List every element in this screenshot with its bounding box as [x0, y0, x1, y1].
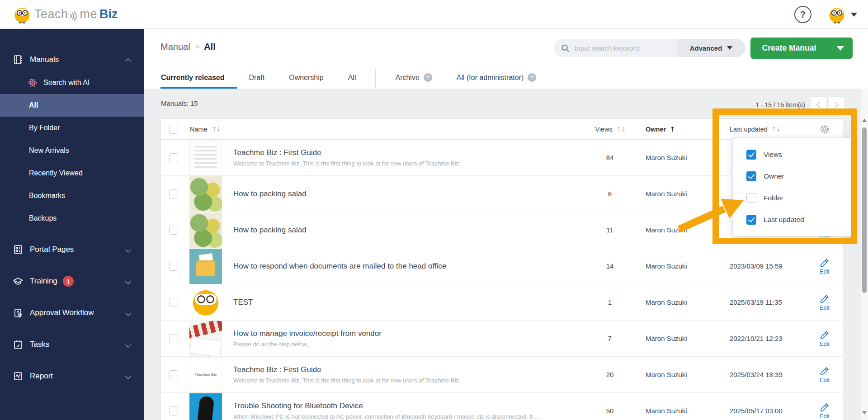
- sidebar-group-manuals[interactable]: Manuals: [0, 50, 144, 70]
- manual-title[interactable]: How to packing salad: [233, 226, 580, 235]
- sidebar-item-by-folder[interactable]: By Folder: [0, 117, 144, 139]
- column-header-owner[interactable]: Owner ↑: [639, 125, 716, 133]
- manual-title[interactable]: TEST: [233, 298, 580, 307]
- create-manual-button[interactable]: Create Manual: [750, 38, 853, 59]
- table-row: TEST 1 Maron Suzuki 2025/03/19 11:35 Edi…: [161, 284, 843, 321]
- manual-title[interactable]: Teachme Biz : First Guide: [233, 365, 580, 374]
- manual-description: Welcome to Teachme Biz. This is the firs…: [233, 377, 580, 384]
- manual-thumbnail[interactable]: [189, 212, 222, 248]
- sidebar-group-training[interactable]: Training 1: [0, 271, 144, 291]
- checkbox-views[interactable]: [746, 150, 756, 160]
- manual-thumbnail[interactable]: [189, 393, 222, 420]
- edit-label: Edit: [820, 305, 830, 311]
- advanced-search-button[interactable]: Advanced: [677, 39, 745, 57]
- row-checkbox[interactable]: [169, 226, 178, 235]
- menu-item-last-updated[interactable]: Last updated: [733, 209, 854, 231]
- sort-both-icon[interactable]: ↑↓: [212, 125, 220, 133]
- sidebar-item-all[interactable]: All: [0, 94, 144, 117]
- manual-description: Please do as the step below,: [233, 341, 580, 348]
- sidebar-group-label: Report: [30, 372, 126, 381]
- edit-button[interactable]: Edit: [807, 330, 843, 347]
- breadcrumb-parent[interactable]: Manual: [160, 42, 190, 52]
- edit-button[interactable]: Edit: [807, 402, 843, 420]
- sidebar-item-bookmarks[interactable]: Bookmarks: [0, 184, 144, 207]
- manual-title[interactable]: How to manage invoice/receipt from vendo…: [233, 329, 580, 338]
- help-circle-icon[interactable]: ?: [424, 73, 432, 82]
- column-header-views[interactable]: Views ↑↓: [580, 125, 639, 133]
- pagination-prev-button[interactable]: [811, 96, 827, 113]
- row-checkbox[interactable]: [169, 298, 178, 307]
- tab-currently-released[interactable]: Currently released: [160, 74, 237, 89]
- help-circle-icon[interactable]: ?: [528, 73, 536, 82]
- manual-title[interactable]: How to respond when documents are mailed…: [233, 262, 580, 271]
- sidebar-item-search-with-ai[interactable]: Search with AI: [0, 71, 144, 94]
- manual-thumbnail[interactable]: [189, 176, 222, 212]
- portal-grid-icon: [13, 244, 24, 255]
- manual-title[interactable]: Teachme Biz : First Guide: [233, 148, 580, 157]
- column-settings-button[interactable]: [807, 124, 843, 135]
- search-icon: [561, 44, 570, 52]
- menu-item-views[interactable]: Views: [733, 144, 854, 165]
- scroll-up-icon[interactable]: [862, 118, 867, 122]
- row-checkbox[interactable]: [169, 262, 178, 271]
- sidebar-item-backups[interactable]: Backups: [0, 207, 144, 230]
- column-header-name[interactable]: Name ↑↓: [186, 125, 580, 133]
- manual-thumbnail[interactable]: [189, 285, 222, 320]
- tab-draft[interactable]: Draft: [237, 74, 277, 89]
- tab-all[interactable]: All: [336, 74, 368, 89]
- sidebar-group-approval-workflow[interactable]: Approval Workflow: [0, 303, 144, 323]
- scroll-down-icon[interactable]: [862, 411, 867, 415]
- row-checkbox[interactable]: [169, 406, 178, 415]
- scrollbar-thumb[interactable]: [862, 127, 867, 293]
- sidebar-group-tasks[interactable]: Tasks: [0, 335, 144, 354]
- sidebar-group-label: Approval Workflow: [30, 308, 126, 317]
- app-window: Teach me Biz ?: [0, 0, 868, 420]
- views-value: 6: [580, 190, 639, 198]
- edit-button[interactable]: Edit: [807, 258, 843, 275]
- sidebar-group-report[interactable]: Report: [0, 366, 144, 386]
- top-bar: Teach me Biz ?: [0, 0, 868, 29]
- tab-archive[interactable]: Archive ?: [383, 73, 444, 89]
- edit-button[interactable]: Edit: [807, 366, 843, 383]
- menu-item-label: Owner: [764, 172, 784, 180]
- select-all-checkbox[interactable]: [169, 125, 178, 134]
- logo-text-biz: Biz: [99, 7, 118, 21]
- sidebar-group-portal-pages[interactable]: Portal Pages: [0, 240, 144, 260]
- sidebar-group-label: Manuals: [30, 55, 126, 64]
- menu-item-owner[interactable]: Owner: [733, 165, 854, 187]
- manual-thumbnail[interactable]: [189, 249, 222, 284]
- manual-thumbnail[interactable]: [189, 140, 222, 175]
- help-button[interactable]: ?: [794, 6, 811, 23]
- tab-ownership[interactable]: Ownership: [277, 74, 335, 89]
- row-checkbox[interactable]: [169, 334, 178, 343]
- sidebar: Manuals Search with AI All By Folder New: [0, 29, 144, 420]
- edit-button[interactable]: Edit: [807, 294, 843, 311]
- vertical-scrollbar[interactable]: [861, 89, 868, 420]
- checkbox-last-updated[interactable]: [746, 215, 756, 225]
- checkbox-folder[interactable]: [746, 193, 756, 203]
- edit-label: Edit: [820, 341, 830, 347]
- row-checkbox[interactable]: [169, 370, 178, 379]
- pagination-range: 1 - 15 / 15 item(s): [755, 101, 805, 109]
- pagination-next-button[interactable]: [828, 96, 844, 113]
- row-checkbox[interactable]: [169, 189, 178, 198]
- manual-thumbnail[interactable]: Teachme Biz: [189, 357, 222, 392]
- menu-item-folder[interactable]: Folder: [733, 187, 854, 209]
- create-manual-dropdown-toggle[interactable]: [828, 46, 853, 51]
- sidebar-item-recently-viewed[interactable]: Recently Viewed: [0, 162, 144, 184]
- sidebar-item-label: Bookmarks: [29, 192, 65, 200]
- sidebar-item-new-arrivals[interactable]: New Arrivals: [0, 139, 144, 162]
- manual-title[interactable]: How to packing salad: [233, 189, 580, 198]
- brand-logo[interactable]: Teach me Biz: [13, 5, 118, 24]
- account-menu-button[interactable]: [827, 5, 857, 24]
- manual-thumbnail[interactable]: [189, 321, 222, 356]
- column-header-last-updated[interactable]: Last updated ↑↓: [716, 125, 807, 133]
- menu-item-label: Last updated: [764, 216, 804, 224]
- last-updated-value: 2025/03/24 18:39: [716, 371, 807, 378]
- tab-all-for-administrator[interactable]: All (for administrator) ?: [444, 73, 548, 89]
- checkbox-owner[interactable]: [746, 171, 756, 181]
- manual-title[interactable]: Trouble Shooting for Bluetooth Device: [233, 401, 580, 411]
- row-checkbox[interactable]: [169, 153, 178, 162]
- chevron-down-icon: [125, 342, 131, 348]
- search-input[interactable]: [574, 44, 664, 52]
